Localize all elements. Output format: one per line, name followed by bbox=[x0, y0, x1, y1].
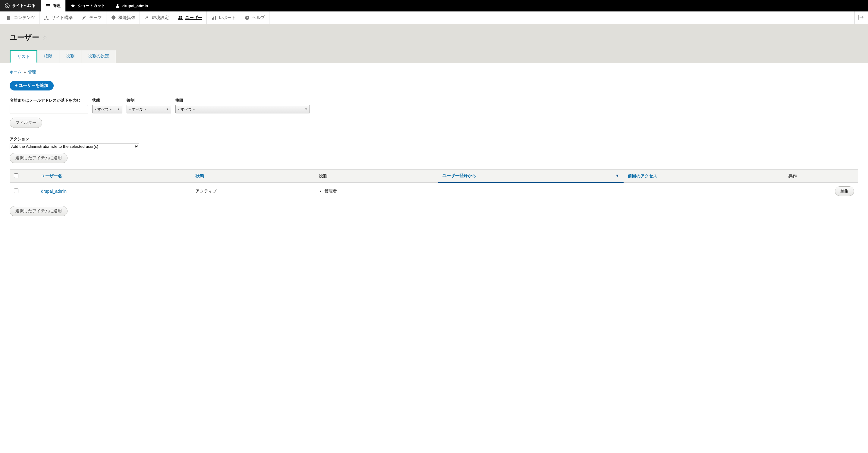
menu-people-label: ユーザー bbox=[185, 15, 202, 21]
menu-reports-label: レポート bbox=[219, 15, 236, 21]
back-to-site[interactable]: サイトへ戻る bbox=[0, 0, 41, 11]
manage-label: 管理 bbox=[53, 3, 61, 8]
th-last-access[interactable]: 前回のアクセス bbox=[628, 173, 657, 178]
tab-list[interactable]: リスト bbox=[10, 50, 37, 63]
manage-toggle[interactable]: 管理 bbox=[41, 0, 66, 11]
filter-button[interactable]: フィルター bbox=[10, 118, 42, 128]
apply-button-bottom[interactable]: 選択したアイテムに適用 bbox=[10, 206, 67, 216]
brush-icon bbox=[82, 15, 87, 21]
svg-text:?: ? bbox=[246, 16, 248, 20]
th-ops: 操作 bbox=[784, 170, 858, 183]
menu-structure-label: サイト構築 bbox=[52, 15, 73, 21]
row-last-access bbox=[624, 183, 784, 200]
menu-structure[interactable]: サイト構築 bbox=[39, 11, 77, 24]
edit-button[interactable]: 編集 bbox=[835, 187, 854, 196]
svg-point-1 bbox=[117, 4, 119, 6]
row-username[interactable]: drupal_admin bbox=[41, 189, 67, 194]
filter-status-label: 状態 bbox=[92, 98, 122, 103]
svg-rect-12 bbox=[858, 15, 859, 20]
svg-rect-4 bbox=[47, 19, 49, 20]
back-arrow-icon bbox=[5, 3, 10, 8]
admin-menu: コンテンツ サイト構築 テーマ 機能拡張 環境設定 ユーザー レポート ? ヘル… bbox=[0, 11, 868, 24]
menu-extend[interactable]: 機能拡張 bbox=[106, 11, 140, 24]
filter-perm-label: 権限 bbox=[176, 98, 310, 103]
table-row: drupal_admin アクティブ 管理者 編集 bbox=[10, 183, 858, 200]
menu-reports[interactable]: レポート bbox=[207, 11, 240, 24]
menu-config[interactable]: 環境設定 bbox=[140, 11, 173, 24]
user-icon bbox=[115, 3, 120, 8]
tabs: リスト 権限 役割 役割の設定 bbox=[10, 50, 858, 63]
menu-content[interactable]: コンテンツ bbox=[2, 11, 39, 24]
help-icon: ? bbox=[244, 15, 250, 21]
menu-help[interactable]: ? ヘルプ bbox=[240, 11, 270, 24]
toolbar-top: サイトへ戻る 管理 ショートカット drupal_admin bbox=[0, 0, 868, 11]
people-icon bbox=[178, 15, 183, 21]
th-username[interactable]: ユーザー名 bbox=[41, 173, 62, 178]
page-header: ユーザー ☆ リスト 権限 役割 役割の設定 bbox=[0, 24, 868, 63]
filter-role-select[interactable]: - すべて - bbox=[127, 105, 171, 113]
filter-status-select[interactable]: - すべて - bbox=[92, 105, 122, 113]
filter-role-label: 役割 bbox=[127, 98, 171, 103]
user-table: ユーザー名 状態 役割 ユーザー登録から▼ 前回のアクセス 操作 drupal_… bbox=[10, 169, 858, 200]
filter-perm-select[interactable]: - すべて - bbox=[176, 105, 310, 113]
menu-content-label: コンテンツ bbox=[14, 15, 35, 21]
menu-appearance[interactable]: テーマ bbox=[77, 11, 106, 24]
th-status[interactable]: 状態 bbox=[195, 173, 204, 178]
svg-rect-7 bbox=[212, 18, 213, 20]
tab-permissions[interactable]: 権限 bbox=[37, 50, 59, 63]
svg-rect-3 bbox=[44, 19, 45, 20]
filter-form: 名前またはメールアドレスが以下を含む 状態 - すべて - 役割 - すべて -… bbox=[10, 98, 858, 113]
svg-rect-9 bbox=[215, 16, 216, 20]
row-status: アクティブ bbox=[191, 183, 315, 200]
back-to-site-label: サイトへ戻る bbox=[12, 3, 36, 8]
row-role: 管理者 bbox=[324, 189, 434, 194]
menu-people[interactable]: ユーザー bbox=[173, 11, 207, 24]
collapse-icon bbox=[858, 15, 864, 21]
menu-collapse[interactable] bbox=[855, 11, 868, 24]
shortcuts[interactable]: ショートカット bbox=[66, 0, 110, 11]
svg-rect-2 bbox=[46, 16, 47, 17]
row-checkbox[interactable] bbox=[14, 189, 19, 193]
hamburger-icon bbox=[45, 3, 50, 8]
menu-appearance-label: テーマ bbox=[89, 15, 102, 21]
filter-name-input[interactable] bbox=[10, 105, 88, 113]
menu-extend-label: 機能拡張 bbox=[119, 15, 135, 21]
tab-role-settings[interactable]: 役割の設定 bbox=[82, 50, 116, 63]
chart-icon bbox=[211, 15, 216, 21]
action-label: アクション bbox=[10, 136, 858, 142]
menu-help-label: ヘルプ bbox=[252, 15, 265, 21]
select-all-checkbox[interactable] bbox=[14, 173, 19, 178]
page-title: ユーザー bbox=[10, 33, 39, 42]
structure-icon bbox=[44, 15, 49, 21]
svg-point-5 bbox=[179, 16, 180, 18]
action-select[interactable]: Add the Administrator role to the select… bbox=[10, 144, 139, 149]
breadcrumb-sep: » bbox=[24, 70, 26, 74]
menu-config-label: 環境設定 bbox=[152, 15, 169, 21]
breadcrumb-home[interactable]: ホーム bbox=[10, 70, 22, 74]
shortcuts-label: ショートカット bbox=[78, 3, 105, 8]
th-member[interactable]: ユーザー登録から bbox=[442, 173, 476, 178]
add-user-button[interactable]: + ユーザーを追加 bbox=[10, 81, 54, 90]
apply-button-top[interactable]: 選択したアイテムに適用 bbox=[10, 153, 67, 163]
th-roles: 役割 bbox=[315, 170, 438, 183]
user-menu-label: drupal_admin bbox=[122, 4, 148, 8]
sort-desc-icon: ▼ bbox=[615, 173, 619, 178]
breadcrumb-admin[interactable]: 管理 bbox=[28, 70, 36, 74]
action-section: アクション Add the Administrator role to the … bbox=[10, 136, 858, 163]
favorite-star-icon[interactable]: ☆ bbox=[42, 34, 48, 41]
breadcrumb: ホーム » 管理 bbox=[10, 69, 858, 75]
filter-name-label: 名前またはメールアドレスが以下を含む bbox=[10, 98, 88, 103]
puzzle-icon bbox=[111, 15, 116, 21]
svg-point-6 bbox=[181, 16, 182, 18]
star-icon bbox=[70, 3, 75, 8]
row-member bbox=[438, 183, 624, 200]
user-menu[interactable]: drupal_admin bbox=[110, 0, 153, 11]
document-icon bbox=[6, 15, 11, 21]
svg-point-0 bbox=[5, 4, 9, 8]
wrench-icon bbox=[144, 15, 150, 21]
svg-rect-8 bbox=[213, 17, 214, 20]
content: ホーム » 管理 + ユーザーを追加 名前またはメールアドレスが以下を含む 状態… bbox=[0, 63, 868, 222]
tab-roles[interactable]: 役割 bbox=[59, 50, 82, 63]
